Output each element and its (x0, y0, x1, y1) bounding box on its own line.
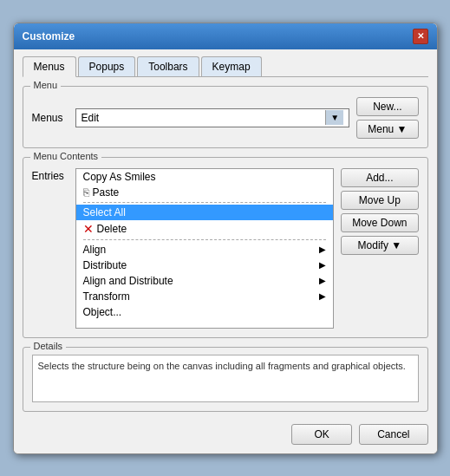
menu-right-buttons: New... Menu ▼ (356, 97, 418, 139)
tab-popups[interactable]: Popups (78, 56, 136, 76)
close-icon: ✕ (417, 31, 424, 41)
menus-row: Menus Edit ▼ New... Menu ▼ (32, 97, 419, 139)
title-bar: Customize ✕ (14, 23, 437, 49)
list-item[interactable]: ✕ Delete (76, 220, 334, 238)
menu-contents-label: Menu Contents (30, 151, 102, 161)
select-arrow-icon: ▼ (325, 110, 343, 125)
bottom-buttons: OK Cancel (23, 421, 428, 445)
list-item[interactable]: Align ▶ (76, 242, 334, 258)
menu-group-label: Menu (30, 80, 62, 90)
menu-dropdown-button[interactable]: Menu ▼ (356, 120, 418, 139)
submenu-arrow-icon: ▶ (319, 291, 326, 301)
customize-dialog: Customize ✕ Menus Popups Toolbars Keymap… (13, 23, 438, 454)
menu-contents-group: Menu Contents Entries Copy As Smiles ⎘ P… (23, 157, 428, 338)
list-item[interactable]: Copy As Smiles (76, 169, 334, 185)
entries-row: Entries Copy As Smiles ⎘ Paste Select Al… (32, 168, 419, 329)
list-item[interactable]: Distribute ▶ (76, 258, 334, 273)
details-group: Details Selects the structure being on t… (23, 347, 428, 412)
add-button[interactable]: Add... (341, 168, 418, 187)
list-item[interactable]: ⎘ Paste (76, 185, 334, 200)
menus-selected-value: Edit (82, 112, 100, 124)
list-item[interactable]: Object... (76, 304, 334, 320)
entries-list: Copy As Smiles ⎘ Paste Select All ✕ Del (75, 168, 335, 329)
move-up-button[interactable]: Move Up (341, 191, 418, 210)
list-item-selected[interactable]: Select All (76, 205, 334, 220)
close-button[interactable]: ✕ (413, 29, 428, 44)
menus-select[interactable]: Edit ▼ (75, 108, 350, 127)
entries-right-buttons: Add... Move Up Move Down Modify ▼ (341, 168, 418, 255)
ok-button[interactable]: OK (291, 424, 352, 445)
submenu-arrow-icon: ▶ (319, 276, 326, 285)
details-text: Selects the structure being on the canva… (38, 361, 406, 371)
modify-button[interactable]: Modify ▼ (341, 236, 418, 255)
tab-menus[interactable]: Menus (23, 56, 76, 77)
dialog-content: Menus Popups Toolbars Keymap Menu Menus … (14, 49, 437, 453)
move-down-button[interactable]: Move Down (341, 213, 418, 232)
submenu-arrow-icon: ▶ (319, 245, 326, 254)
window-title: Customize (23, 30, 75, 42)
tab-toolbars[interactable]: Toolbars (137, 56, 199, 76)
entries-list-inner[interactable]: Copy As Smiles ⎘ Paste Select All ✕ Del (76, 169, 334, 328)
list-item[interactable]: Align and Distribute ▶ (76, 273, 334, 289)
new-button[interactable]: New... (356, 97, 418, 116)
tab-keymap[interactable]: Keymap (201, 56, 262, 76)
paste-icon: ⎘ (83, 186, 89, 199)
separator (83, 239, 327, 240)
tab-bar: Menus Popups Toolbars Keymap (23, 56, 428, 77)
menu-group: Menu Menus Edit ▼ New... Menu ▼ (23, 86, 428, 148)
cancel-button[interactable]: Cancel (359, 424, 427, 445)
details-text-box: Selects the structure being on the canva… (32, 355, 419, 402)
delete-icon: ✕ (83, 222, 94, 236)
submenu-arrow-icon: ▶ (319, 260, 326, 270)
menus-field-label: Menus (32, 112, 75, 124)
details-label: Details (30, 341, 67, 351)
separator (83, 202, 327, 203)
list-item[interactable]: Transform ▶ (76, 289, 334, 304)
entries-label: Entries (32, 168, 75, 182)
